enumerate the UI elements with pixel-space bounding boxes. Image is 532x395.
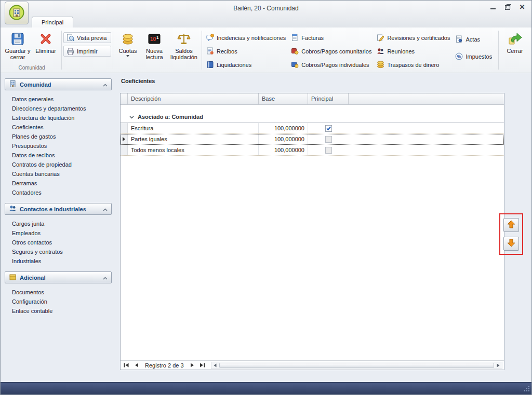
sidebar: Comunidad Datos generales Direcciones y … <box>5 78 112 381</box>
page-title: Coeficientes <box>121 78 155 84</box>
traspasos-button[interactable]: Traspasos de dinero <box>374 59 453 70</box>
cell-base: 100,000000 <box>259 123 308 133</box>
chevron-up-icon <box>103 206 108 212</box>
revisiones-button[interactable]: Revisiones y certificados <box>374 32 453 43</box>
close-view-button[interactable]: Cerrar <box>500 29 529 64</box>
nueva-lectura-button[interactable]: 10 1 Nueva lectura <box>141 29 168 64</box>
minimize-icon[interactable] <box>490 4 496 10</box>
sidebar-group-adicional[interactable]: Adicional <box>5 271 112 283</box>
sidebar-item-seguros[interactable]: Seguros y contratos <box>5 247 112 256</box>
close-icon[interactable]: ✕ <box>519 4 525 10</box>
sidebar-item-estructura[interactable]: Estructura de liquidación <box>5 113 112 122</box>
record-position-label: Registro 2 de 3 <box>145 362 184 369</box>
ribbon: Guardar y cerrar Eliminar Comunidad <box>1 28 531 73</box>
certificate-pencil-icon <box>377 34 384 42</box>
table-row[interactable]: Escritura 100,000000 <box>121 123 504 134</box>
ribbon-separator <box>113 31 113 70</box>
sidebar-group-comunidad[interactable]: Comunidad <box>5 78 112 90</box>
cobros-individuales-button[interactable]: Cobros/Pagos individuales <box>288 59 374 70</box>
column-header-base[interactable]: Base <box>259 93 308 104</box>
ribbon-tabrow: Principal <box>1 16 531 28</box>
sidebar-item-configuracion[interactable]: Configuración <box>5 297 112 306</box>
facturas-button[interactable]: Facturas <box>288 32 374 43</box>
contacts-people-icon <box>9 205 17 213</box>
liquidaciones-button[interactable]: Liquidaciones <box>204 59 288 70</box>
cell-descripcion: Todos menos locales <box>128 145 259 155</box>
sidebar-item-cuentas[interactable]: Cuentas bancarias <box>5 169 112 179</box>
sidebar-item-enlace-contable[interactable]: Enlace contable <box>5 306 112 316</box>
next-record-button[interactable] <box>188 361 197 369</box>
principal-checkbox-checked[interactable] <box>325 125 332 132</box>
recibos-button[interactable]: Recibos <box>204 46 288 57</box>
sidebar-item-contadores[interactable]: Contadores <box>5 188 112 197</box>
print-button[interactable]: Imprimir <box>63 46 111 57</box>
sidebar-item-derramas[interactable]: Derramas <box>5 179 112 188</box>
cobros-comunitarios-button[interactable]: Cobros/Pagos comunitarios <box>288 46 374 57</box>
titlebar: Bailén, 20 - Comunidad ✕ <box>1 1 531 16</box>
delete-button[interactable]: Eliminar <box>32 29 60 64</box>
column-header-principal[interactable]: Principal <box>308 93 349 104</box>
cell-base: 100,000000 <box>259 134 308 144</box>
sidebar-item-planes-gastos[interactable]: Planes de gastos <box>5 132 112 141</box>
scroll-left-icon[interactable] <box>211 362 219 369</box>
table-row-selected[interactable]: Partes iguales 100,000000 <box>121 134 504 145</box>
chevron-up-icon <box>103 275 108 281</box>
incidencias-button[interactable]: Incidencias y notificaciones <box>204 32 288 43</box>
scrollbar-thumb[interactable] <box>219 363 494 368</box>
coefficients-grid: Descripción Base Principal Asociado a: C… <box>120 93 504 370</box>
reuniones-button[interactable]: Reuniones <box>374 46 453 57</box>
window-controls: ✕ <box>490 4 525 10</box>
sidebar-item-contratos[interactable]: Contratos de propiedad <box>5 160 112 169</box>
first-record-button[interactable] <box>122 361 131 369</box>
community-payments-icon <box>291 47 299 55</box>
resize-grip[interactable] <box>524 386 530 393</box>
individual-payments-icon <box>291 61 299 69</box>
impuestos-button[interactable]: % Impuestos <box>453 51 495 62</box>
main-panel: Coeficientes Descripción Base Principal … <box>116 74 527 382</box>
sidebar-item-empleados[interactable]: Empleados <box>5 228 112 238</box>
sidebar-item-presupuestos[interactable]: Presupuestos <box>5 141 112 151</box>
horizontal-scrollbar[interactable] <box>211 362 502 369</box>
last-record-button[interactable] <box>198 361 207 369</box>
table-row[interactable]: Todos menos locales 100,000000 <box>121 145 504 156</box>
sidebar-item-otros-contactos[interactable]: Otros contactos <box>5 238 112 247</box>
cell-base: 100,000000 <box>259 145 308 155</box>
invoice-icon <box>291 34 299 42</box>
sidebar-item-coeficientes[interactable]: Coeficientes <box>5 122 112 132</box>
sidebar-item-cargos-junta[interactable]: Cargos junta <box>5 219 112 228</box>
scroll-right-icon[interactable] <box>495 362 502 369</box>
sidebar-items-comunidad: Datos generales Direcciones y departamen… <box>5 94 112 197</box>
previous-record-button[interactable] <box>132 361 141 369</box>
sidebar-item-direcciones[interactable]: Direcciones y departamentos <box>5 104 112 113</box>
ribbon-group-print: Vista previa Imprimir <box>63 29 111 73</box>
ribbon-group-cerrar: Cerrar <box>500 29 529 73</box>
move-down-button[interactable] <box>503 237 519 251</box>
ribbon-group-gestion-1: Incidencias y notificaciones Recibos <box>204 29 288 73</box>
grid-header: Descripción Base Principal <box>121 93 504 105</box>
status-bar <box>1 382 531 394</box>
sidebar-item-datos-recibos[interactable]: Datos de recibos <box>5 151 112 160</box>
save-and-close-button[interactable]: Guardar y cerrar <box>4 29 32 64</box>
arrow-down-icon <box>507 238 516 249</box>
principal-checkbox-unchecked[interactable] <box>325 136 332 143</box>
saldos-liquidacion-button[interactable]: Saldos liquidación <box>168 29 200 64</box>
ribbon-separator <box>61 31 62 70</box>
move-up-button[interactable] <box>503 218 519 232</box>
cell-principal <box>308 123 349 133</box>
preview-button[interactable]: Vista previa <box>63 32 111 43</box>
receipt-icon <box>206 47 214 55</box>
coins-icon <box>121 32 135 46</box>
restore-icon[interactable] <box>504 4 511 10</box>
grid-group-row[interactable]: Asociado a: Comunidad <box>121 111 504 123</box>
sidebar-item-industriales[interactable]: Industriales <box>5 256 112 266</box>
column-header-descripcion[interactable]: Descripción <box>128 93 259 104</box>
sidebar-item-documentos[interactable]: Documentos <box>5 288 112 297</box>
sidebar-group-contactos[interactable]: Contactos e industriales <box>5 203 112 215</box>
actas-button[interactable]: Actas <box>453 34 495 45</box>
principal-checkbox-unchecked[interactable] <box>325 147 332 154</box>
sidebar-items-contactos: Cargos junta Empleados Otros contactos S… <box>5 219 112 266</box>
exit-arrow-icon <box>508 32 522 46</box>
tab-principal[interactable]: Principal <box>32 17 73 28</box>
cuotas-button[interactable]: Cuotas <box>115 29 141 64</box>
sidebar-item-datos-generales[interactable]: Datos generales <box>5 94 112 104</box>
